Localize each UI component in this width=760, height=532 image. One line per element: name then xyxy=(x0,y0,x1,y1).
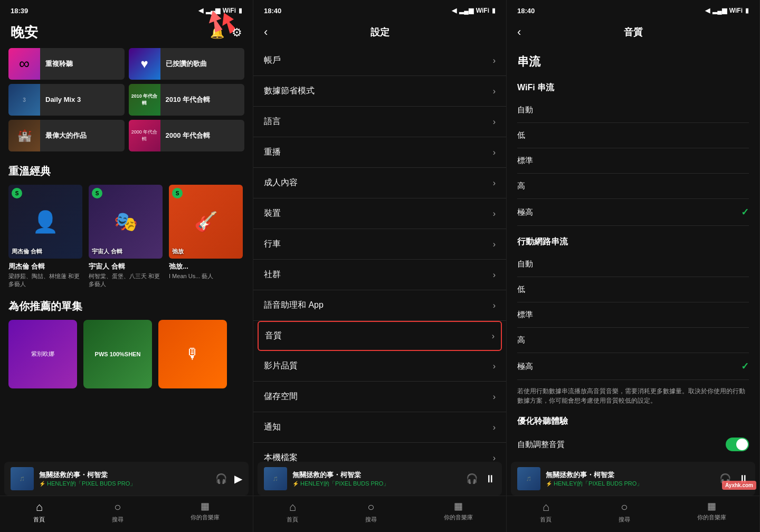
nav-search-1[interactable]: ○ 搜尋 xyxy=(112,500,124,524)
settings-item-device[interactable]: 裝置 › xyxy=(253,198,506,229)
settings-item-storage[interactable]: 儲存空間 › xyxy=(253,382,506,412)
settings-item-repeat[interactable]: 重播 › xyxy=(253,137,506,168)
status-bar-3: 18:40 ◀ ▂▄▆ WiFi ▮ xyxy=(507,0,759,19)
music-card-universe[interactable]: S 🎭 宇宙人 合輯 宇宙人 合輯 柯智棠、蛋堡、八三夭 和更多藝人 xyxy=(89,185,163,289)
nav-home-3[interactable]: ⌂ 首頁 xyxy=(540,500,552,524)
wifi-option-standard[interactable]: 標準 xyxy=(517,148,749,174)
settings-item-explicit[interactable]: 成人內容 › xyxy=(253,168,506,198)
signal-icon-2: ▂▄▆ xyxy=(459,7,473,14)
settings-item-data-saver[interactable]: 數據節省模式 › xyxy=(253,76,506,107)
settings-icon[interactable]: ⚙ xyxy=(232,26,242,40)
voice-label: 語音助理和 App xyxy=(264,300,324,311)
podcast-card-orange[interactable]: 🎙 xyxy=(158,320,227,388)
orange-podcast-img: 🎙 xyxy=(158,320,227,388)
now-playing-bar-1[interactable]: 🎵 無關拯救的事・柯智棠 ⚡ HENLEY的「PIXEL BUDS PRO」 🎧… xyxy=(4,462,249,496)
wifi-option-very-high[interactable]: 極高 ✓ xyxy=(517,199,749,226)
settings-item-car[interactable]: 行車 › xyxy=(253,229,506,260)
bell-icon[interactable]: 🔔 xyxy=(210,26,224,39)
wifi-high-label: 高 xyxy=(517,181,525,191)
settings-item-notification[interactable]: 通知 › xyxy=(253,412,506,443)
auto-quality-toggle[interactable] xyxy=(726,438,749,451)
video-chevron: › xyxy=(493,362,496,371)
grid-card-liked[interactable]: ♥ 已按讚的歌曲 xyxy=(129,48,245,80)
now-playing-bar-2[interactable]: 🎵 無關拯救的事・柯智棠 ⚡ HENLEY的「PIXEL BUDS PRO」 🎧… xyxy=(258,462,502,496)
mobile-option-standard[interactable]: 標準 xyxy=(517,302,749,328)
library-nav-icon-2: ▦ xyxy=(454,500,463,512)
orange-art: 🎸 xyxy=(194,211,218,233)
settings-item-local-files[interactable]: 本機檔案 › xyxy=(253,443,506,462)
mobile-option-high[interactable]: 高 xyxy=(517,328,749,353)
audio-chevron: › xyxy=(492,331,495,341)
grid-card-2000[interactable]: 2000 年代合輯 2000 年代合輯 xyxy=(129,120,245,151)
settings-item-audio[interactable]: 音質 › xyxy=(258,321,502,351)
signal-icon-3: ▂▄▆ xyxy=(712,7,727,14)
settings-item-social[interactable]: 社群 › xyxy=(253,260,506,290)
settings-item-account[interactable]: 帳戶 › xyxy=(253,45,506,76)
podcast-card-pws[interactable]: PWS 100%SHEN xyxy=(83,320,152,388)
mobile-option-very-high[interactable]: 極高 ✓ xyxy=(517,353,749,380)
account-chevron: › xyxy=(493,56,496,65)
watermark: Ayxhk.com xyxy=(722,481,756,490)
nav-home-2[interactable]: ⌂ 首頁 xyxy=(287,500,298,524)
grid-card-2010[interactable]: 2010 年代合輯 2010 年代合輯 xyxy=(129,84,245,116)
mobile-option-auto[interactable]: 自動 xyxy=(517,252,749,277)
settings-item-language[interactable]: 語言 › xyxy=(253,107,506,137)
grid-card-greatest[interactable]: 🏰 最偉大的作品 xyxy=(8,120,125,151)
mobile-auto-label: 自動 xyxy=(517,259,533,269)
mobile-option-low[interactable]: 低 xyxy=(517,277,749,302)
pause-icon-2[interactable]: ⏸ xyxy=(485,473,496,485)
music-card-jay[interactable]: S 👤 周杰倫 合輯 周杰倫 合輯 梁靜茹、陶喆、林憶蓮 和更多藝人 xyxy=(8,185,82,289)
status-icons-3: ◀ ▂▄▆ WiFi ▮ xyxy=(705,7,749,14)
np-info-3: 無關拯救的事・柯智棠 ⚡ HENLEY的「PIXEL BUDS PRO」 xyxy=(546,470,714,488)
grid-card-daily-mix[interactable]: 3 Daily Mix 3 xyxy=(8,84,125,116)
nav-library-1[interactable]: ▦ 你的音樂庫 xyxy=(191,500,220,524)
grid-card-repeat[interactable]: ∞ 重複聆聽 xyxy=(8,48,125,80)
back-button-audio[interactable]: ‹ xyxy=(517,25,521,39)
greatest-thumb: 🏰 xyxy=(8,120,40,151)
nav-library-2[interactable]: ▦ 你的音樂庫 xyxy=(444,500,473,524)
np-thumb-1: 🎵 xyxy=(11,467,34,490)
back-button-settings[interactable]: ‹ xyxy=(264,25,268,39)
daily-mix-label: Daily Mix 3 xyxy=(40,96,86,104)
headphone-icon-1[interactable]: 🎧 xyxy=(215,473,227,484)
castle-icon: 🏰 xyxy=(17,129,32,142)
universe-sub: 柯智棠、蛋堡、八三夭 和更多藝人 xyxy=(89,272,163,289)
np-thumb-2: 🎵 xyxy=(264,467,287,490)
wifi-option-low[interactable]: 低 xyxy=(517,123,749,148)
nav-search-2[interactable]: ○ 搜尋 xyxy=(365,500,377,524)
settings-header: ‹ 設定 xyxy=(253,19,506,45)
language-chevron: › xyxy=(493,117,496,127)
settings-item-video[interactable]: 影片品質 › xyxy=(253,351,506,382)
nav-library-3[interactable]: ▦ 你的音樂庫 xyxy=(697,500,726,524)
nav-search-3[interactable]: ○ 搜尋 xyxy=(619,500,630,524)
wifi-option-high[interactable]: 高 xyxy=(517,174,749,199)
headphone-icon-2[interactable]: 🎧 xyxy=(466,473,478,484)
repeat-icon: ∞ xyxy=(19,55,30,72)
podcast-card-purple[interactable]: 紫别欧娜 xyxy=(8,320,77,388)
jay-art: 👤 xyxy=(32,210,59,234)
repeat-label-settings: 重播 xyxy=(264,147,281,158)
2010-label: 2010 年代合輯 xyxy=(160,96,216,104)
mobile-high-label: 高 xyxy=(517,335,525,345)
data-saver-chevron: › xyxy=(493,87,496,96)
search-nav-icon-2: ○ xyxy=(367,500,374,514)
bottom-nav-2: ⌂ 首頁 ○ 搜尋 ▦ 你的音樂庫 xyxy=(253,496,506,532)
2000-thumb: 2000 年代合輯 xyxy=(129,120,160,151)
wifi-option-auto[interactable]: 自動 xyxy=(517,98,749,123)
language-label: 語言 xyxy=(264,116,281,127)
status-icons-2: ◀ ▂▄▆ WiFi ▮ xyxy=(452,7,496,14)
audio-note: 若使用行動數據串流播放高音質音樂，需要消耗更多數據量。取決於你使用的行動數據方案… xyxy=(517,380,749,412)
settings-item-voice[interactable]: 語音助理和 App › xyxy=(253,290,506,321)
orange-podcast-icon: 🎙 xyxy=(185,345,200,363)
greatest-label: 最偉大的作品 xyxy=(40,131,92,140)
nav-home-1[interactable]: ⌂ 首頁 xyxy=(33,500,45,524)
now-playing-bar-3[interactable]: 🎵 無關拯救的事・柯智棠 ⚡ HENLEY的「PIXEL BUDS PRO」 🎧… xyxy=(511,462,755,496)
mobile-very-high-check: ✓ xyxy=(741,360,749,372)
music-card-orange[interactable]: S 🎸 弛放 弛放... I Mean Us... 藝人 xyxy=(169,185,243,289)
universe-art: 🎭 xyxy=(114,211,138,233)
play-icon-1[interactable]: ▶ xyxy=(234,472,242,485)
car-label: 行車 xyxy=(264,239,281,250)
optimize-section-title: 優化聆聽體驗 xyxy=(517,412,749,430)
storage-chevron: › xyxy=(493,392,496,402)
pws-podcast-label: PWS 100%SHEN xyxy=(95,351,141,357)
